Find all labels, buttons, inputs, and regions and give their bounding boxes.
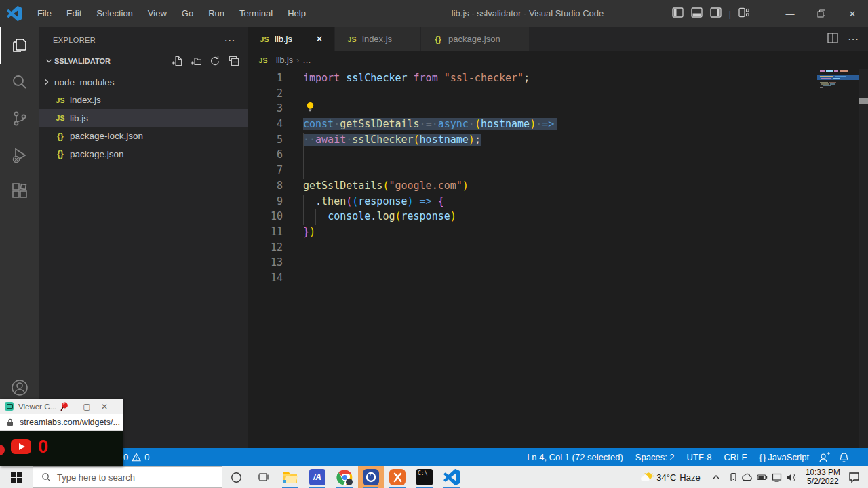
breadcrumb[interactable]: JS lib.js › … [248, 51, 311, 69]
cortana-button[interactable] [222, 466, 250, 488]
status-language[interactable]: { } JavaScript [753, 452, 815, 462]
layout-controls: | [672, 0, 749, 27]
tree-item-lib.js[interactable]: JSlib.js [39, 109, 248, 127]
editor-more-icon[interactable]: ⋯ [848, 33, 859, 45]
start-button[interactable] [0, 466, 33, 488]
youtube-icon [11, 439, 31, 454]
tab-lib.js[interactable]: JSlib.js✕ [248, 27, 334, 51]
code-line-2: 2 [248, 86, 817, 102]
menu-run[interactable]: Run [201, 0, 232, 27]
customize-layout-icon[interactable] [738, 7, 749, 20]
feedback-icon[interactable] [815, 452, 835, 462]
xampp-icon[interactable] [384, 466, 411, 488]
restore-button[interactable] [806, 0, 837, 27]
menu-terminal[interactable]: Terminal [232, 0, 280, 27]
viewer-popup-window: Viewer C... ▢ ✕ streamlabs.com/widgets/.… [0, 399, 123, 466]
new-file-icon[interactable] [172, 56, 182, 66]
vscode-titlebar: FileEditSelectionViewGoRunTerminalHelp l… [0, 0, 868, 27]
json-file-icon: {} [432, 35, 444, 44]
split-editor-icon[interactable] [827, 33, 838, 46]
popup-addressbar[interactable]: streamlabs.com/widgets/... [0, 414, 123, 431]
extensions-icon[interactable] [0, 174, 39, 210]
explorer-more-icon[interactable]: ⋯ [224, 34, 235, 47]
bell-icon[interactable] [835, 452, 853, 463]
phone-tray-icon[interactable] [729, 472, 738, 482]
network-tray-icon[interactable] [772, 473, 782, 482]
lightbulb-icon[interactable] [305, 102, 315, 112]
search-placeholder: Type here to search [57, 472, 135, 483]
folder-section-header[interactable]: SSLVALIDATOR [39, 53, 248, 69]
code-editor[interactable]: 1import sslChecker from "ssl-checker";23… [248, 69, 868, 448]
menu-help[interactable]: Help [280, 0, 313, 27]
status-item[interactable]: CRLF [717, 452, 753, 462]
code-line-5: 5··await·sslChecker(hostname); [248, 132, 817, 148]
close-button[interactable]: ✕ [837, 0, 868, 27]
tray-expand-icon[interactable] [712, 474, 720, 480]
chrome-icon[interactable] [331, 466, 358, 488]
search-icon[interactable] [0, 64, 39, 100]
menu-view[interactable]: View [140, 0, 174, 27]
lock-icon [7, 418, 14, 426]
menu-selection[interactable]: Selection [89, 0, 140, 27]
obs-icon[interactable] [358, 466, 384, 488]
tab-package.json[interactable]: {}package.json [421, 27, 529, 51]
menu-edit[interactable]: Edit [59, 0, 89, 27]
popup-url: streamlabs.com/widgets/... [20, 418, 120, 427]
pin-icon[interactable] [59, 401, 70, 412]
collapse-all-icon[interactable] [229, 56, 239, 66]
toggle-secondary-sidebar-icon[interactable] [710, 7, 722, 20]
vscode-icon[interactable] [438, 466, 465, 488]
tree-item-index.js[interactable]: JSindex.js [39, 92, 248, 110]
run-debug-icon[interactable] [0, 137, 39, 174]
code-line-9: 9 .then((response) => { [248, 194, 817, 209]
js-file-icon: JS [54, 114, 66, 122]
code-line-1: 1import sslChecker from "ssl-checker"; [248, 70, 817, 86]
weather-widget[interactable]: 34°CHaze [656, 472, 700, 483]
scrollbar-thumb[interactable] [859, 98, 868, 104]
terminal-icon[interactable]: C:\_ [411, 466, 438, 488]
explorer-title: EXPLORER [53, 36, 96, 44]
status-item[interactable]: Spaces: 2 [629, 452, 681, 462]
popup-content: 0 [0, 431, 123, 466]
code-line-14: 14 [248, 270, 817, 286]
tree-item-package.json[interactable]: {}package.json [39, 145, 248, 163]
minimap[interactable] [817, 69, 859, 448]
speaker-tray-icon[interactable] [786, 473, 796, 482]
breadcrumb-file: lib.js [276, 56, 293, 65]
error-count[interactable]: 0 [123, 452, 128, 462]
cloud-tray-icon[interactable] [742, 473, 753, 481]
tree-item-package-lock.json[interactable]: {}package-lock.json [39, 127, 248, 146]
tab-index.js[interactable]: JSindex.js [335, 27, 420, 51]
task-view-button[interactable] [250, 466, 277, 488]
menu-file[interactable]: File [30, 0, 59, 27]
blue-slash-app-icon[interactable]: /A [304, 466, 331, 488]
source-control-icon[interactable] [0, 100, 39, 137]
new-folder-icon[interactable] [191, 56, 201, 66]
status-item[interactable]: Ln 4, Col 1 (72 selected) [521, 452, 629, 462]
taskbar-search[interactable]: Type here to search [33, 466, 222, 488]
battery-tray-icon[interactable] [757, 474, 768, 481]
popup-close-button[interactable]: ✕ [96, 402, 113, 411]
popup-restore-button[interactable]: ▢ [78, 402, 96, 411]
breadcrumb-separator: › [296, 56, 299, 65]
json-file-icon: {} [54, 149, 66, 159]
toggle-sidebar-icon[interactable] [672, 7, 684, 20]
minimize-button[interactable]: — [774, 0, 806, 27]
tree-item-node_modules[interactable]: node_modules [39, 73, 248, 92]
editor-scrollbar[interactable] [859, 69, 868, 448]
close-tab-icon[interactable]: ✕ [313, 34, 326, 44]
windows-taskbar: Type here to search /AC:\_ 34°CHaze 10:3… [0, 466, 868, 488]
taskbar-clock[interactable]: 10:33 PM5/2/2022 [806, 468, 840, 487]
toggle-panel-icon[interactable] [691, 7, 703, 20]
weather-icon[interactable] [641, 471, 654, 483]
status-item[interactable]: UTF-8 [681, 452, 718, 462]
code-line-6: 6 [248, 147, 817, 163]
warning-count[interactable]: 0 [144, 452, 149, 462]
menu-go[interactable]: Go [174, 0, 201, 27]
code-line-11: 11}) [248, 224, 817, 240]
explorer-icon[interactable] [0, 27, 39, 64]
refresh-icon[interactable] [210, 56, 220, 66]
action-center-icon[interactable] [848, 472, 860, 483]
popup-titlebar[interactable]: Viewer C... ▢ ✕ [0, 399, 123, 414]
explorer-folder-icon[interactable] [277, 466, 304, 488]
